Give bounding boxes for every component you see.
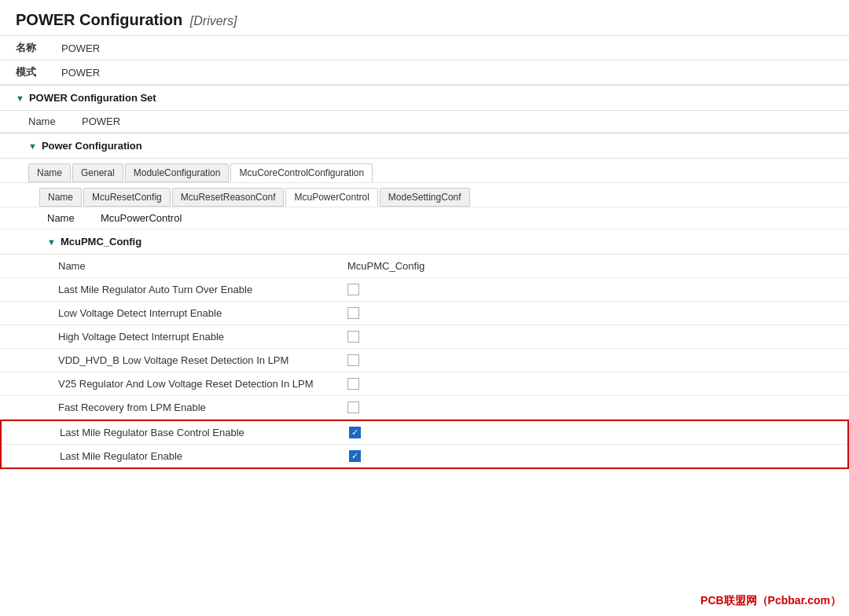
config-checkbox-high-voltage-detect[interactable] — [338, 325, 369, 348]
config-row-high-voltage-detect: High Voltage Detect Interrupt Enable — [0, 325, 849, 349]
checkbox-unchecked-icon[interactable] — [347, 331, 359, 343]
mcu-pmc-config-label: McuPMC_Config — [61, 236, 142, 248]
checkbox-unchecked-icon[interactable] — [347, 378, 359, 390]
checkbox-unchecked-icon[interactable] — [347, 354, 359, 366]
tab-name[interactable]: Name — [28, 163, 71, 182]
config-checkbox-last-mile-base-control[interactable]: ✓ — [340, 421, 370, 444]
inner-tab-name[interactable]: Name — [39, 188, 82, 207]
config-checkbox-v25-regulator[interactable] — [338, 372, 369, 395]
mcu-pmc-config-section: ▼ McuPMC_Config Name McuPMC_Config Last … — [0, 229, 849, 469]
config-label-last-mile-auto: Last Mile Regulator Auto Turn Over Enabl… — [0, 278, 338, 301]
config-checkbox-vdd-hvd-b[interactable] — [338, 349, 369, 372]
config-label-vdd-hvd-b: VDD_HVD_B Low Voltage Reset Detection In… — [0, 349, 338, 372]
page-header: POWER Configuration [Drivers] — [0, 0, 849, 36]
chevron-icon: ▼ — [16, 94, 24, 103]
meta-name-value: POWER — [61, 42, 100, 54]
config-set-name-row: Name POWER — [0, 111, 849, 133]
config-checkbox-last-mile-enable[interactable]: ✓ — [340, 445, 370, 468]
checkbox-unchecked-icon[interactable] — [347, 402, 359, 413]
inner-tabs-container: NameMcuResetConfigMcuResetReasonConfMcuP… — [0, 183, 849, 207]
config-rows-container: Last Mile Regulator Auto Turn Over Enabl… — [0, 278, 849, 469]
mcu-pmc-name-row: Name McuPMC_Config — [0, 255, 849, 278]
inner-tab-mcu_power_control[interactable]: McuPowerControl — [285, 188, 377, 207]
inner-name-value: McuPowerControl — [101, 212, 182, 224]
config-row-last-mile-auto: Last Mile Regulator Auto Turn Over Enabl… — [0, 278, 849, 302]
config-label-high-voltage-detect: High Voltage Detect Interrupt Enable — [0, 325, 338, 348]
checkbox-checked-icon[interactable]: ✓ — [349, 427, 361, 438]
meta-name-label: 名称 — [16, 41, 55, 55]
config-set-name-label: Name — [28, 116, 75, 127]
inner-tab-mcu_reset[interactable]: McuResetConfig — [83, 188, 171, 207]
config-set-name-value: POWER — [82, 116, 120, 127]
power-config-set-section: ▼ POWER Configuration Set Name POWER ▼ P… — [0, 85, 849, 469]
checkbox-unchecked-icon[interactable] — [347, 307, 359, 319]
mcu-pmc-chevron-icon: ▼ — [47, 237, 56, 247]
config-label-last-mile-enable: Last Mile Regulator Enable — [2, 445, 340, 468]
config-checkbox-fast-recovery[interactable] — [338, 396, 369, 419]
tabs-container: NameGeneralModuleConfigurationMcuCoreCon… — [0, 159, 849, 183]
meta-name-row: 名称 POWER — [0, 36, 849, 60]
config-row-last-mile-base-control: Last Mile Regulator Base Control Enable✓ — [2, 421, 847, 445]
watermark: PCB联盟网（Pcbbar.com） — [700, 594, 841, 608]
page-title-subtitle: [Drivers] — [190, 14, 237, 28]
mcu-pmc-name-label: Name — [0, 255, 338, 277]
tab-module[interactable]: ModuleConfiguration — [125, 163, 230, 182]
highlighted-rows-block: Last Mile Regulator Base Control Enable✓… — [0, 420, 849, 469]
config-label-low-voltage-detect: Low Voltage Detect Interrupt Enable — [0, 302, 338, 324]
checkbox-unchecked-icon[interactable] — [347, 284, 359, 295]
tab-mcu_core[interactable]: McuCoreControlConfiguration — [230, 163, 373, 182]
power-config-set-header: ▼ POWER Configuration Set — [0, 85, 849, 111]
checkbox-checked-icon[interactable]: ✓ — [349, 450, 361, 462]
inner-tab-mode_setting[interactable]: ModeSettingConf — [380, 188, 470, 207]
mcu-pmc-config-header: ▼ McuPMC_Config — [0, 229, 849, 255]
config-checkbox-last-mile-auto[interactable] — [338, 278, 369, 301]
config-label-last-mile-base-control: Last Mile Regulator Base Control Enable — [2, 421, 340, 444]
config-row-vdd-hvd-b: VDD_HVD_B Low Voltage Reset Detection In… — [0, 349, 849, 372]
config-label-v25-regulator: V25 Regulator And Low Voltage Reset Dete… — [0, 372, 338, 395]
power-config-chevron-icon: ▼ — [28, 141, 37, 151]
meta-mode-label: 模式 — [16, 65, 55, 79]
config-row-fast-recovery: Fast Recovery from LPM Enable — [0, 396, 849, 420]
inner-tab-mcu_reset_reason[interactable]: McuResetReasonConf — [172, 188, 285, 207]
meta-mode-row: 模式 POWER — [0, 60, 849, 85]
power-configuration-label: Power Configuration — [42, 140, 142, 152]
inner-name-label: Name — [47, 212, 94, 224]
config-row-v25-regulator: V25 Regulator And Low Voltage Reset Dete… — [0, 372, 849, 396]
inner-name-row: Name McuPowerControl — [0, 207, 849, 229]
power-configuration-section: ▼ Power Configuration NameGeneralModuleC… — [0, 133, 849, 469]
meta-mode-value: POWER — [61, 67, 100, 79]
page-wrapper: POWER Configuration [Drivers] 名称 POWER 模… — [0, 0, 849, 616]
tab-general[interactable]: General — [72, 163, 123, 182]
config-row-last-mile-enable: Last Mile Regulator Enable✓ — [2, 445, 847, 468]
mcu-pmc-name-value: McuPMC_Config — [338, 255, 434, 277]
power-configuration-header: ▼ Power Configuration — [0, 133, 849, 159]
config-label-fast-recovery: Fast Recovery from LPM Enable — [0, 396, 338, 419]
page-title: POWER Configuration — [16, 11, 182, 28]
config-row-low-voltage-detect: Low Voltage Detect Interrupt Enable — [0, 302, 849, 325]
power-config-set-label: POWER Configuration Set — [29, 92, 156, 104]
config-checkbox-low-voltage-detect[interactable] — [338, 302, 369, 324]
